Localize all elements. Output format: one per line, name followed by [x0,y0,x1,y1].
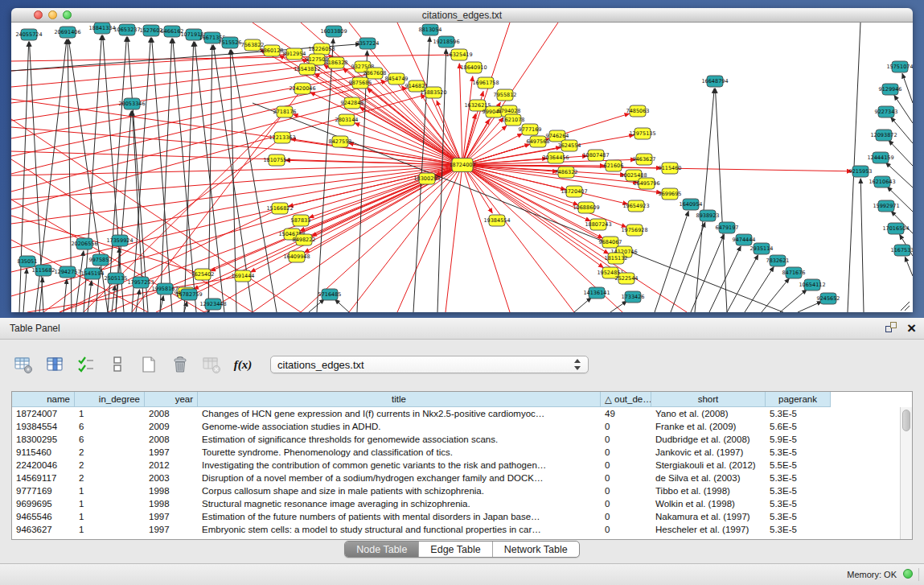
graph-node[interactable]: 2935114 [750,243,774,254]
trash-icon[interactable] [170,354,191,375]
tab-network-table[interactable]: Network Table [492,542,579,557]
graph-node[interactable]: 18807243 [585,219,611,230]
graph-node[interactable]: 12942757 [54,266,80,278]
function-builder-icon[interactable]: f(x) [232,354,253,375]
graph-node[interactable]: 17957253 [127,277,154,288]
tab-node-table[interactable]: Node Table [345,542,418,557]
graph-node[interactable]: 9474444 [733,234,756,245]
graph-node[interactable]: 8471676 [782,267,806,278]
graph-node[interactable]: 12444159 [867,152,893,163]
graph-node[interactable]: 1115682 [32,265,55,276]
select-rows-icon[interactable] [76,354,97,375]
close-panel-icon[interactable]: × [907,322,916,334]
graph-node[interactable]: 9215953 [849,166,873,177]
graph-node[interactable]: 24055724 [15,29,42,40]
column-header-title[interactable]: title [198,392,601,407]
graph-node[interactable]: 2718176 [273,106,297,117]
graph-node[interactable]: 1527602 [140,25,163,36]
table-select-dropdown[interactable]: citations_edges.txt [270,356,589,373]
graph-node[interactable]: 18720407 [561,186,587,197]
graph-node[interactable]: 19654923 [622,200,649,212]
graph-node[interactable]: 16543812 [294,64,320,75]
delete-table-icon[interactable] [201,354,222,375]
column-header-out_de[interactable]: △ out_de… [601,392,651,407]
graph-node[interactable]: 16648794 [701,76,728,87]
graph-node[interactable]: 18300295 [413,173,440,184]
network-window-titlebar[interactable]: citations_edges.txt [11,8,913,23]
graph-node[interactable]: 7486322 [555,167,578,178]
graph-node[interactable]: 10688609 [573,202,599,213]
graph-node[interactable]: 19756928 [621,225,647,236]
graph-node[interactable]: 1733426 [622,291,645,303]
graph-node[interactable]: 19384554 [483,215,510,226]
table-row[interactable]: 911546021997Tourette syndrome. Phenomeno… [12,446,912,459]
table-options-icon[interactable] [13,354,34,375]
graph-node[interactable]: 12975135 [629,128,655,139]
graph-node[interactable]: 10807487 [582,150,609,161]
graph-node[interactable]: 2522544 [615,273,639,284]
graph-node[interactable]: 22420046 [289,83,315,94]
graph-node[interactable]: 16325419 [446,49,472,60]
graph-node[interactable]: 835051 [18,256,38,267]
graph-node[interactable]: 17016504 [882,223,909,234]
graph-node[interactable]: 12093872 [870,130,897,141]
scrollbar-thumb[interactable] [902,410,910,431]
graph-node[interactable]: 8860128 [261,45,284,56]
graph-node[interactable]: 15883520 [420,87,446,98]
table-row[interactable]: 2242004622012Investigating the contribut… [12,459,912,472]
column-header-pagerank[interactable]: pagerank [766,392,831,407]
graph-node[interactable]: 18226058 [308,43,335,55]
table-row[interactable]: 977716911998Corpus callosum shape and si… [12,484,912,497]
graph-node[interactable]: 7625402 [191,269,215,280]
graph-node[interactable]: 18640910 [460,62,487,73]
graph-node[interactable]: 1545194 [81,268,105,279]
column-header-year[interactable]: year [145,392,198,407]
graph-node[interactable]: 621606 [604,160,624,171]
graph-node[interactable]: 10654112 [799,279,825,290]
graph-node[interactable]: 18841334 [88,23,115,34]
graph-node[interactable]: 7357224 [356,38,380,49]
table-row[interactable]: 1456911722003Disruption of a novel membe… [12,472,912,484]
column-header-short[interactable]: short [651,392,766,407]
graph-node[interactable]: 12213363 [269,132,295,143]
float-panel-icon[interactable] [885,322,897,334]
graph-node[interactable]: 8186328 [325,57,348,68]
graph-node[interactable]: 1815132 [605,253,628,264]
table-panel-header[interactable]: Table Panel × [0,318,924,340]
table-vertical-scrollbar[interactable] [900,407,912,539]
graph-node[interactable]: 5716485 [318,289,342,300]
graph-node[interactable]: 2505135 [105,273,128,284]
graph-node[interactable]: 9699695 [659,188,682,200]
graph-node[interactable]: 9463627 [633,154,656,165]
network-canvas[interactable]: 1872400775638228860128891295418226058912… [11,23,913,312]
graph-node[interactable]: 1621078 [502,114,525,126]
graph-node[interactable]: 2803144 [335,114,359,126]
graph-node[interactable]: 16409948 [283,251,310,262]
column-header-name[interactable]: name [12,392,75,407]
table-row[interactable]: 946362711997Embryonic stem cells: a mode… [12,523,912,536]
graph-node[interactable]: 16033809 [320,26,347,37]
table-row[interactable]: 1872400712008Changes of HCN gene express… [12,407,912,420]
graph-node[interactable]: 9227343 [875,106,898,117]
graph-node[interactable]: 7515526 [219,37,242,48]
graph-node[interactable]: 7485063 [626,105,650,117]
graph-node[interactable]: 6479197 [716,222,739,233]
graph-node[interactable]: 10653237 [113,24,140,35]
graph-node[interactable]: 1167533 [891,245,913,256]
graph-node[interactable]: 8813054 [419,24,442,35]
graph-node[interactable]: 18724007 [449,159,475,172]
graph-node[interactable]: 9777169 [519,124,542,135]
graph-node[interactable]: 9129946 [879,84,902,95]
graph-node[interactable]: 9975857 [89,254,113,266]
table-row[interactable]: 1938455462009Genome-wide association stu… [12,420,912,433]
graph-node[interactable]: 20691406 [54,27,80,38]
show-columns-icon[interactable] [44,354,65,375]
graph-node[interactable]: 8912954 [283,48,306,60]
table-row[interactable]: 946554611997Estimation of the future num… [12,510,912,523]
graph-node[interactable]: 16961758 [472,77,499,89]
table-row[interactable]: 969969511998Structural magnetic resonanc… [12,497,912,510]
graph-node[interactable]: 3624554 [558,140,581,151]
graph-node[interactable]: 9115460 [659,163,682,174]
graph-node[interactable]: 19218596 [433,36,459,47]
table-row[interactable]: 1830029562008Estimation of significance … [12,433,912,446]
